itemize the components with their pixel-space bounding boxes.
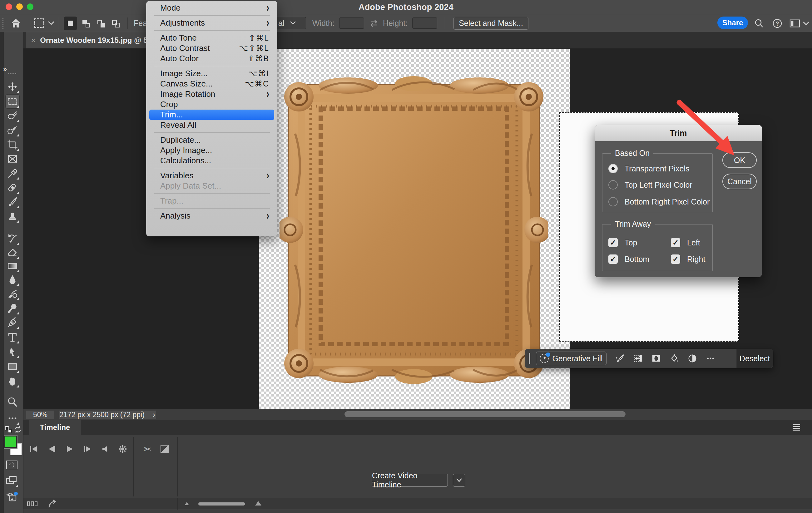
- width-input[interactable]: [339, 18, 364, 29]
- dodge-tool[interactable]: [6, 301, 19, 315]
- quick-mask-icon[interactable]: [6, 460, 18, 469]
- screen-mode-icon[interactable]: [6, 476, 18, 485]
- select-brush-icon[interactable]: [611, 352, 629, 365]
- menu-item-auto-tone[interactable]: Auto Tone⇧⌘L: [149, 33, 274, 43]
- create-mask-icon[interactable]: [647, 352, 665, 365]
- hand-tool[interactable]: [6, 374, 19, 388]
- rectangular-marquee-tool[interactable]: [6, 95, 19, 108]
- checkbox-top[interactable]: ✓ Top: [608, 238, 637, 247]
- taskbar-drag-handle[interactable]: [529, 353, 530, 364]
- edit-toolbar-icon[interactable]: [6, 412, 19, 425]
- menu-item-canvas-size[interactable]: Canvas Size...⌥⌘C: [149, 79, 274, 89]
- previous-frame-button[interactable]: [45, 443, 58, 455]
- frame-view-icon[interactable]: [27, 502, 38, 507]
- radio-transparent-pixels[interactable]: Transparent Pixels: [608, 164, 690, 173]
- close-tab-icon[interactable]: ×: [31, 36, 36, 45]
- shape-tool[interactable]: [6, 360, 19, 373]
- zoom-out-thumbnails-icon[interactable]: [184, 502, 189, 505]
- brush-tool[interactable]: [6, 195, 19, 209]
- horizontal-scrollbar[interactable]: [345, 411, 626, 417]
- timeline-zoom-slider[interactable]: [198, 503, 245, 506]
- generative-fill-button[interactable]: ✦ Generative Fill: [536, 352, 607, 365]
- minimize-window-button[interactable]: [16, 3, 23, 10]
- menu-item-crop[interactable]: Crop: [149, 99, 274, 110]
- zoom-level[interactable]: 50%: [26, 411, 54, 419]
- radio-top-left-pixel-color[interactable]: Top Left Pixel Color: [608, 180, 692, 189]
- play-button[interactable]: [63, 443, 76, 455]
- menu-item-apply-image[interactable]: Apply Image...: [149, 145, 274, 155]
- help-icon[interactable]: ?: [772, 18, 783, 29]
- gradient-tool[interactable]: [6, 259, 19, 273]
- blur-tool[interactable]: [6, 273, 19, 286]
- select-and-mask-button[interactable]: Select and Mask...: [454, 17, 528, 30]
- panel-menu-icon[interactable]: [793, 424, 800, 430]
- smudge-tool[interactable]: [6, 287, 19, 301]
- adjustment-icon[interactable]: [683, 352, 701, 365]
- menu-item-reveal-all[interactable]: Reveal All: [149, 120, 274, 130]
- menu-item-image-rotation[interactable]: Image Rotation›: [149, 89, 274, 99]
- search-icon[interactable]: [754, 18, 764, 29]
- menu-item-calculations[interactable]: Calculations...: [149, 155, 274, 166]
- menu-item-auto-contrast[interactable]: Auto Contrast⌥⇧⌘L: [149, 43, 274, 53]
- render-arrow-icon[interactable]: [48, 500, 58, 510]
- document-dimensions[interactable]: 2172 px x 2500 px (72 ppi) ›: [59, 411, 156, 419]
- cancel-button[interactable]: Cancel: [722, 174, 757, 189]
- foreground-color-swatch[interactable]: [4, 435, 17, 448]
- crop-tool[interactable]: [6, 138, 19, 151]
- workspace-icon[interactable]: [789, 18, 800, 29]
- tools-panel-grip[interactable]: [8, 73, 16, 76]
- eyedropper-tool[interactable]: [6, 167, 19, 180]
- new-selection-button[interactable]: [64, 17, 77, 30]
- zoom-tool[interactable]: [6, 395, 19, 409]
- timeline-settings-icon[interactable]: [116, 443, 129, 455]
- chevron-down-icon[interactable]: [802, 18, 810, 29]
- audio-mute-button[interactable]: [99, 443, 112, 455]
- checkbox-right[interactable]: ✓ Right: [671, 254, 705, 264]
- document-canvas[interactable]: ✦ Generative Fill: [259, 49, 570, 410]
- zoom-in-thumbnails-icon[interactable]: [255, 501, 261, 506]
- create-video-timeline-button[interactable]: Create Video Timeline: [372, 474, 448, 487]
- split-at-playhead-icon[interactable]: ✂: [142, 443, 154, 455]
- menu-item-analysis[interactable]: Analysis›: [149, 211, 274, 221]
- menu-item-mode[interactable]: Mode›: [149, 3, 274, 13]
- menu-item-adjustments[interactable]: Adjustments›: [149, 18, 274, 28]
- default-colors-icon[interactable]: [5, 426, 12, 433]
- eraser-tool[interactable]: [6, 246, 19, 260]
- radio-bottom-right-pixel-color[interactable]: Bottom Right Pixel Color: [608, 197, 709, 206]
- quick-selection-tool[interactable]: [6, 123, 19, 137]
- menu-item-auto-color[interactable]: Auto Color⇧⌘B: [149, 53, 274, 64]
- menu-item-duplicate[interactable]: Duplicate...: [149, 135, 274, 145]
- height-input[interactable]: [412, 18, 437, 29]
- share-button[interactable]: Share: [717, 17, 748, 29]
- checkbox-bottom[interactable]: ✓ Bottom: [608, 254, 649, 264]
- close-window-button[interactable]: [6, 3, 12, 10]
- options-bar-grip[interactable]: [2, 18, 5, 29]
- marquee-tool-preset-icon[interactable]: [34, 19, 45, 28]
- zoom-window-button[interactable]: [27, 3, 33, 10]
- object-selection-tool[interactable]: [6, 109, 19, 123]
- add-to-selection-button[interactable]: [79, 17, 92, 30]
- dialog-title[interactable]: Trim: [594, 125, 762, 141]
- fill-icon[interactable]: [665, 352, 683, 365]
- menu-item-image-size[interactable]: Image Size...⌥⌘I: [149, 68, 274, 79]
- swap-colors-icon[interactable]: [14, 426, 22, 435]
- chevron-down-icon[interactable]: [48, 21, 55, 27]
- intersect-selection-button[interactable]: [109, 17, 122, 30]
- menu-item-trim[interactable]: Trim...: [149, 110, 274, 120]
- pen-tool[interactable]: [6, 316, 19, 329]
- home-icon[interactable]: [10, 18, 21, 29]
- more-options-icon[interactable]: [701, 352, 720, 365]
- ok-button[interactable]: OK: [722, 152, 757, 168]
- move-tool[interactable]: [6, 80, 19, 94]
- path-selection-tool[interactable]: [6, 345, 19, 359]
- expand-panels-icon[interactable]: »: [3, 65, 6, 73]
- transition-icon[interactable]: [158, 443, 171, 455]
- create-timeline-dropdown-button[interactable]: [453, 474, 465, 487]
- subtract-from-selection-button[interactable]: [94, 17, 108, 30]
- swap-dimensions-icon[interactable]: [369, 19, 378, 29]
- go-to-first-frame-button[interactable]: [27, 443, 40, 455]
- clone-stamp-tool[interactable]: [6, 210, 19, 223]
- tab-timeline[interactable]: Timeline: [29, 420, 81, 435]
- menu-item-variables[interactable]: Variables›: [149, 171, 274, 181]
- generative-ai-icon[interactable]: ✦: [6, 491, 18, 503]
